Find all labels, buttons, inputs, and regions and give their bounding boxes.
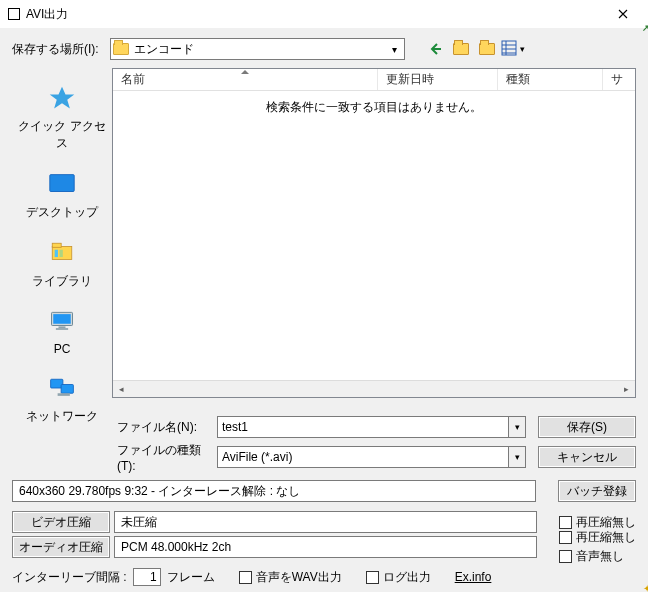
checkbox-icon bbox=[366, 571, 379, 584]
new-folder-button[interactable]: ✦ bbox=[477, 39, 497, 59]
folder-icon bbox=[453, 43, 469, 55]
no-recompress-audio[interactable]: 再圧縮無し bbox=[559, 529, 636, 546]
exinfo-link[interactable]: Ex.info bbox=[455, 570, 492, 584]
place-libraries[interactable]: ライブラリ bbox=[17, 237, 107, 290]
column-size[interactable]: サ bbox=[603, 69, 635, 90]
video-codec-box: 未圧縮 bbox=[114, 511, 537, 533]
location-toolbar: ↗ ✦ ▾ bbox=[425, 39, 523, 59]
place-pc[interactable]: PC bbox=[17, 306, 107, 356]
no-audio[interactable]: 音声無し bbox=[559, 548, 636, 565]
places-sidebar: クイック アクセス デスクトップ ライブラリ bbox=[12, 68, 112, 398]
file-form: ファイル名(N): ▾ 保存(S) ファイルの種類(T): AviFile (*… bbox=[12, 416, 636, 468]
location-label: 保存する場所(I): bbox=[12, 41, 110, 58]
video-compress-button[interactable]: ビデオ圧縮 bbox=[12, 511, 110, 533]
svg-marker-5 bbox=[50, 87, 75, 109]
chevron-down-icon[interactable]: ▾ bbox=[509, 416, 526, 438]
checkbox-icon bbox=[559, 531, 572, 544]
column-date[interactable]: 更新日時 bbox=[378, 69, 498, 90]
pc-icon bbox=[46, 306, 78, 338]
location-combo[interactable]: エンコード ▾ bbox=[110, 38, 405, 60]
audio-codec-box: PCM 48.000kHz 2ch bbox=[114, 536, 537, 558]
listview-body: 検索条件に一致する項目はありません。 bbox=[113, 91, 635, 380]
cancel-button[interactable]: キャンセル bbox=[538, 446, 636, 468]
log-output-check[interactable]: ログ出力 bbox=[366, 569, 431, 586]
svg-rect-15 bbox=[56, 328, 68, 330]
view-grid-icon bbox=[501, 40, 517, 59]
checkbox-icon bbox=[239, 571, 252, 584]
interleave-input[interactable] bbox=[133, 568, 161, 586]
wav-output-check[interactable]: 音声をWAV出力 bbox=[239, 569, 342, 586]
libraries-icon bbox=[46, 237, 78, 269]
svg-rect-13 bbox=[53, 314, 71, 324]
scroll-left-icon[interactable]: ◂ bbox=[113, 381, 130, 398]
filename-row: ファイル名(N): ▾ 保存(S) bbox=[12, 416, 636, 438]
chevron-down-icon[interactable]: ▾ bbox=[509, 446, 526, 468]
interleave-label: インターリーブ間隔 : bbox=[12, 569, 127, 586]
no-recompress-video[interactable]: 再圧縮無し bbox=[559, 514, 636, 531]
back-button[interactable] bbox=[425, 39, 445, 59]
video-info-box: 640x360 29.780fps 9:32 - インターレース解除 : なし bbox=[12, 480, 536, 502]
column-name[interactable]: 名前 bbox=[113, 69, 378, 90]
place-label: クイック アクセス bbox=[17, 118, 107, 152]
place-desktop[interactable]: デスクトップ bbox=[17, 168, 107, 221]
checkbox-icon bbox=[559, 516, 572, 529]
up-arrow-icon: ↗ bbox=[642, 23, 648, 33]
svg-rect-10 bbox=[55, 250, 58, 257]
location-row: 保存する場所(I): エンコード ▾ ↗ ✦ bbox=[12, 38, 636, 60]
column-type[interactable]: 種類 bbox=[498, 69, 603, 90]
up-one-level-button[interactable]: ↗ bbox=[451, 39, 471, 59]
interleave-unit: フレーム bbox=[167, 569, 215, 586]
encode-settings: 640x360 29.780fps 9:32 - インターレース解除 : なし … bbox=[12, 480, 636, 558]
sparkle-icon: ✦ bbox=[643, 583, 648, 592]
video-info-row: 640x360 29.780fps 9:32 - インターレース解除 : なし … bbox=[12, 480, 636, 502]
file-listview[interactable]: 名前 更新日時 種類 サ 検索条件に一致する項目はありません。 ◂ ▸ bbox=[112, 68, 636, 398]
star-icon bbox=[46, 82, 78, 114]
svg-rect-6 bbox=[50, 175, 74, 192]
location-value: エンコード bbox=[134, 41, 386, 58]
place-label: PC bbox=[54, 342, 71, 356]
filetype-label: ファイルの種類(T): bbox=[112, 442, 217, 473]
view-menu-button[interactable]: ▾ bbox=[503, 39, 523, 59]
folder-icon bbox=[479, 43, 495, 55]
empty-message: 検索条件に一致する項目はありません。 bbox=[266, 99, 482, 116]
file-browser: クイック アクセス デスクトップ ライブラリ bbox=[12, 68, 636, 398]
horizontal-scrollbar[interactable]: ◂ ▸ bbox=[113, 380, 635, 397]
listview-headers: 名前 更新日時 種類 サ bbox=[113, 69, 635, 91]
folder-icon bbox=[113, 43, 129, 55]
audio-compress-button[interactable]: オーディオ圧縮 bbox=[12, 536, 110, 558]
desktop-icon bbox=[46, 168, 78, 200]
chevron-down-icon[interactable]: ▾ bbox=[386, 40, 402, 58]
app-icon bbox=[8, 8, 20, 20]
chevron-down-icon: ▾ bbox=[520, 44, 525, 54]
scroll-right-icon[interactable]: ▸ bbox=[618, 381, 635, 398]
place-label: ライブラリ bbox=[32, 273, 92, 290]
video-compress-row: ビデオ圧縮 未圧縮 再圧縮無し bbox=[12, 511, 636, 533]
filetype-combo[interactable]: AviFile (*.avi) bbox=[217, 446, 509, 468]
filename-label: ファイル名(N): bbox=[112, 419, 217, 436]
dialog-body: 保存する場所(I): エンコード ▾ ↗ ✦ bbox=[0, 28, 648, 592]
audio-compress-row: オーディオ圧縮 PCM 48.000kHz 2ch 再圧縮無し 音声無し bbox=[12, 536, 636, 558]
filetype-row: ファイルの種類(T): AviFile (*.avi) ▾ キャンセル bbox=[12, 446, 636, 468]
filename-input[interactable] bbox=[217, 416, 509, 438]
interleave-row: インターリーブ間隔 : フレーム 音声をWAV出力 ログ出力 Ex.info bbox=[12, 568, 636, 586]
svg-rect-11 bbox=[60, 250, 63, 257]
place-quick-access[interactable]: クイック アクセス bbox=[17, 82, 107, 152]
close-button[interactable] bbox=[600, 0, 646, 28]
svg-rect-14 bbox=[59, 326, 66, 328]
network-icon bbox=[46, 372, 78, 404]
svg-rect-17 bbox=[61, 385, 73, 394]
checkbox-icon bbox=[559, 550, 572, 563]
titlebar: AVI出力 bbox=[0, 0, 648, 28]
batch-register-button[interactable]: バッチ登録 bbox=[558, 480, 636, 502]
save-button[interactable]: 保存(S) bbox=[538, 416, 636, 438]
place-label: デスクトップ bbox=[26, 204, 98, 221]
window-title: AVI出力 bbox=[26, 6, 68, 23]
svg-rect-18 bbox=[58, 393, 70, 396]
svg-rect-9 bbox=[52, 243, 61, 247]
